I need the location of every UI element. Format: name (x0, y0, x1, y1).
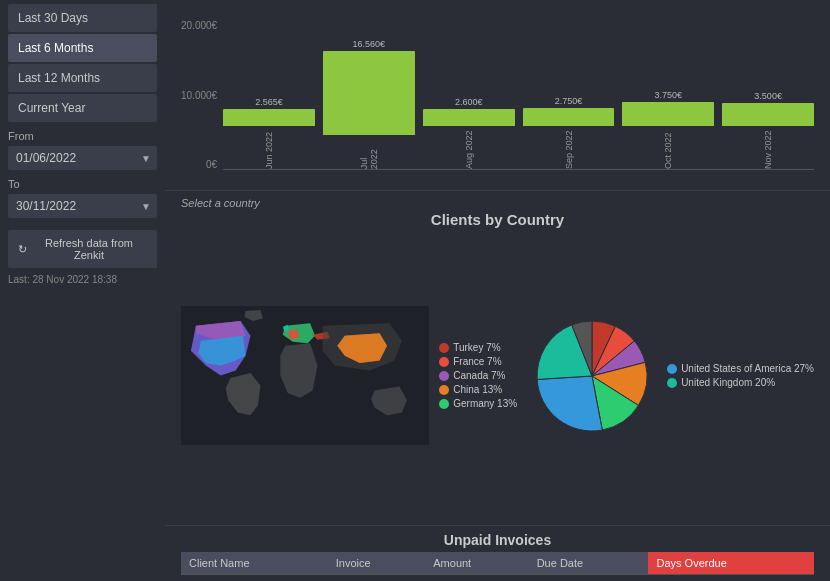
invoice-col-header: Due Date (529, 552, 649, 575)
to-label: To (8, 178, 157, 190)
pie-section: Turkey 7%France 7%Canada 7%China 13%Germ… (439, 311, 814, 441)
invoices-area: Unpaid Invoices Client NameInvoiceAmount… (165, 525, 830, 581)
world-map[interactable] (181, 298, 429, 453)
from-label: From (8, 130, 157, 142)
bar-value: 2.565€ (255, 97, 283, 107)
legend-item: Germany 13% (439, 398, 517, 409)
refresh-button[interactable]: ↻ Refresh data from Zenkit (8, 230, 157, 268)
legend-item: United States of America 27% (667, 363, 814, 374)
bar-rect (323, 51, 415, 135)
bar-rect (523, 108, 615, 126)
sidebar-item-currentyear[interactable]: Current Year (8, 94, 157, 122)
legend-item: Canada 7% (439, 370, 517, 381)
invoice-col-header: Invoice (328, 552, 426, 575)
bar-month-label: Sep 2022 (564, 129, 574, 169)
from-date-wrapper: ▼ (8, 146, 157, 170)
invoices-title: Unpaid Invoices (181, 532, 814, 548)
invoices-table: Client NameInvoiceAmountDue DateDays Ove… (181, 552, 814, 575)
map-pie-row: Turkey 7%France 7%Canada 7%China 13%Germ… (181, 232, 814, 519)
bar-rect (423, 109, 515, 126)
legend-item: United Kingdom 20% (667, 377, 814, 388)
select-country-label: Select a country (181, 197, 814, 209)
last-update: Last: 28 Nov 2022 18:38 (8, 274, 157, 285)
bar-value: 3.500€ (754, 91, 782, 101)
bar-value: 2.750€ (555, 96, 583, 106)
y-label-top: 20.000€ (181, 20, 217, 31)
bar-rect (223, 109, 315, 126)
pie-chart (527, 311, 657, 441)
map-area: Select a country Clients by Country (165, 190, 830, 525)
legend-item: China 13% (439, 384, 517, 395)
y-label-mid: 10.000€ (181, 90, 217, 101)
bar-month-label: Aug 2022 (464, 129, 474, 169)
from-date-input[interactable] (8, 146, 157, 170)
invoice-col-header: Client Name (181, 552, 328, 575)
y-axis-labels: 20.000€ 10.000€ 0€ (181, 20, 217, 170)
bar-value: 3.750€ (655, 90, 683, 100)
bar-month-label: Jul 2022 (359, 138, 379, 169)
refresh-label: Refresh data from Zenkit (31, 237, 147, 261)
bar-value: 2.600€ (455, 97, 483, 107)
bar-col: 2.565€ Jun 2022 (223, 39, 315, 169)
bar-col: 2.600€ Aug 2022 (423, 39, 515, 169)
to-date-input[interactable] (8, 194, 157, 218)
sidebar-item-last12[interactable]: Last 12 Months (8, 64, 157, 92)
refresh-icon: ↻ (18, 243, 27, 256)
bar-month-label: Oct 2022 (663, 129, 673, 169)
bar-rect (722, 103, 814, 126)
invoice-col-header: Days Overdue (648, 552, 814, 575)
legend-item: France 7% (439, 356, 517, 367)
legend-item: Turkey 7% (439, 342, 517, 353)
bar-chart-area: 20.000€ 10.000€ 0€ 2.565€ Jun 2022 16.56… (165, 0, 830, 190)
sidebar: Last 30 Days Last 6 Months Last 12 Month… (0, 0, 165, 581)
bar-col: 2.750€ Sep 2022 (523, 39, 615, 169)
pie-legend: Turkey 7%France 7%Canada 7%China 13%Germ… (439, 342, 517, 409)
bar-col: 16.560€ Jul 2022 (323, 39, 415, 169)
main-content: 20.000€ 10.000€ 0€ 2.565€ Jun 2022 16.56… (165, 0, 830, 581)
bar-rect (622, 102, 714, 126)
pie-legend-right: United States of America 27%United Kingd… (667, 363, 814, 388)
bar-value: 16.560€ (353, 39, 386, 49)
bar-col: 3.500€ Nov 2022 (722, 39, 814, 169)
clients-by-country-title: Clients by Country (181, 211, 814, 228)
bar-month-label: Nov 2022 (763, 129, 773, 169)
sidebar-item-last30[interactable]: Last 30 Days (8, 4, 157, 32)
bar-month-label: Jun 2022 (264, 129, 274, 169)
bar-col: 3.750€ Oct 2022 (622, 39, 714, 169)
invoice-col-header: Amount (425, 552, 528, 575)
to-date-wrapper: ▼ (8, 194, 157, 218)
y-label-bot: 0€ (206, 159, 217, 170)
sidebar-item-last6[interactable]: Last 6 Months (8, 34, 157, 62)
